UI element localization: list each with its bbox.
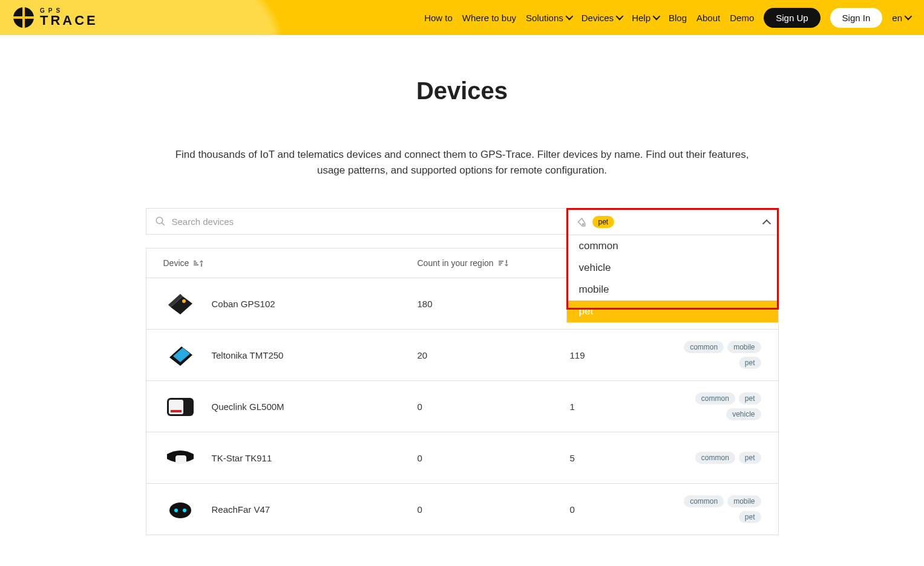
chevron-down-icon: [616, 15, 622, 21]
tag-chip: pet: [739, 357, 761, 369]
device-name: Coban GPS102: [212, 299, 275, 309]
logo-text-big: TRACE: [40, 14, 98, 27]
tag-chip: pet: [739, 511, 761, 523]
tag-chip: common: [684, 495, 724, 507]
device-tags: common mobile pet: [672, 495, 761, 523]
brand-logo[interactable]: GPS TRACE: [13, 7, 98, 28]
search-icon: [155, 216, 166, 227]
device-name: Teltonika TMT250: [212, 350, 284, 360]
svg-point-5: [182, 299, 186, 303]
signin-button[interactable]: Sign In: [830, 8, 883, 28]
tag-chip: mobile: [727, 495, 761, 507]
logo-text: GPS TRACE: [40, 8, 98, 27]
nav-blog[interactable]: Blog: [669, 13, 687, 23]
chevron-up-icon: [764, 219, 770, 225]
tag-dropdown: common vehicle mobile pet: [566, 235, 779, 323]
device-total: 0: [570, 504, 672, 515]
chevron-down-icon: [653, 15, 659, 21]
header: GPS TRACE How to Where to buy Solutions …: [0, 0, 924, 35]
sort-icon: [194, 260, 203, 267]
device-thumb: [163, 495, 197, 524]
col-count[interactable]: Count in your region: [418, 258, 570, 268]
svg-rect-11: [175, 455, 186, 464]
search-input[interactable]: [172, 216, 558, 227]
device-tags: common pet: [672, 452, 761, 464]
device-total: 1: [570, 402, 672, 412]
device-thumb: [163, 392, 197, 421]
device-thumb: [163, 340, 197, 369]
svg-point-2: [582, 224, 583, 225]
tag-option-common[interactable]: common: [567, 235, 778, 257]
device-name: ReachFar V47: [212, 504, 270, 515]
table-row[interactable]: ReachFar V47 0 0 common mobile pet: [146, 484, 778, 535]
device-name: TK-Star TK911: [212, 453, 272, 463]
tag-filter-toggle[interactable]: pet: [567, 209, 778, 235]
device-count: 0: [418, 504, 570, 515]
tag-chip: pet: [739, 452, 761, 464]
controls: pet common vehicle mobile pet: [146, 208, 779, 236]
tag-chip: vehicle: [726, 408, 761, 420]
svg-point-14: [183, 509, 186, 512]
svg-marker-3: [171, 296, 192, 314]
device-total: 119: [570, 350, 672, 360]
page-title: Devices: [0, 77, 924, 105]
tag-option-mobile[interactable]: mobile: [567, 279, 778, 301]
svg-line-1: [162, 223, 165, 226]
language-switch[interactable]: en: [892, 13, 911, 23]
page-description: Find thousands of IoT and telematics dev…: [160, 147, 765, 178]
tag-option-vehicle[interactable]: vehicle: [567, 257, 778, 279]
selected-tag-chip: pet: [592, 216, 615, 228]
nav-demo[interactable]: Demo: [730, 13, 754, 23]
device-thumb: [163, 289, 197, 318]
logo-mark-icon: [13, 7, 34, 28]
nav-devices[interactable]: Devices: [582, 13, 622, 23]
tag-chip: mobile: [727, 341, 761, 353]
tag-chip: pet: [739, 392, 761, 405]
svg-point-0: [156, 217, 163, 224]
device-tags: common pet vehicle: [672, 392, 761, 420]
col-device[interactable]: Device: [163, 258, 418, 268]
device-count: 20: [418, 350, 570, 360]
search-box[interactable]: [146, 208, 567, 235]
svg-point-13: [174, 509, 178, 512]
device-thumb: [163, 443, 197, 472]
tag-chip: common: [695, 392, 735, 405]
nav-where-to-buy[interactable]: Where to buy: [462, 13, 516, 23]
chevron-down-icon: [905, 15, 911, 21]
table-row[interactable]: Teltonika TMT250 20 119 common mobile pe…: [146, 330, 778, 381]
tag-option-pet[interactable]: pet: [567, 301, 778, 322]
device-count: 180: [418, 299, 570, 309]
device-name: Queclink GL500M: [212, 402, 284, 412]
nav-solutions[interactable]: Solutions: [526, 13, 572, 23]
main-nav: How to Where to buy Solutions Devices He…: [424, 8, 911, 28]
nav-howto[interactable]: How to: [424, 13, 453, 23]
table-row[interactable]: TK-Star TK911 0 5 common pet: [146, 432, 778, 484]
svg-rect-10: [171, 410, 182, 412]
tag-chip: common: [695, 452, 735, 464]
nav-help[interactable]: Help: [632, 13, 659, 23]
nav-about[interactable]: About: [696, 13, 720, 23]
tag-chip: common: [684, 341, 724, 353]
tag-filter: pet common vehicle mobile pet: [567, 208, 779, 236]
table-row[interactable]: Queclink GL500M 0 1 common pet vehicle: [146, 381, 778, 432]
chevron-down-icon: [566, 15, 572, 21]
tag-icon: [575, 216, 586, 227]
device-total: 5: [570, 453, 672, 463]
device-count: 0: [418, 402, 570, 412]
signup-button[interactable]: Sign Up: [764, 8, 820, 28]
device-count: 0: [418, 453, 570, 463]
sort-icon: [499, 260, 508, 267]
svg-point-12: [169, 503, 191, 518]
device-tags: common mobile pet: [672, 341, 761, 369]
